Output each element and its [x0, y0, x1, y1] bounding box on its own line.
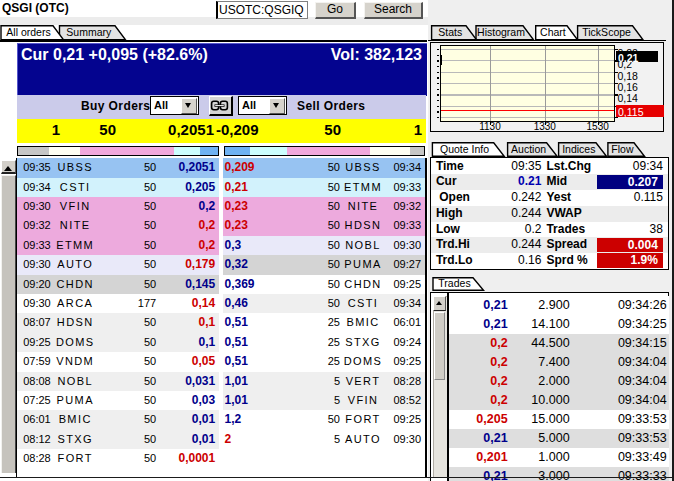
- svg-text:All orders: All orders: [6, 26, 50, 38]
- svg-text:Quote Info: Quote Info: [440, 143, 489, 155]
- svg-text:Chart: Chart: [540, 26, 566, 38]
- svg-text:Auction: Auction: [511, 143, 546, 155]
- svg-text:Stats: Stats: [438, 26, 462, 38]
- svg-text:Histogram: Histogram: [477, 26, 525, 38]
- svg-text:Indices: Indices: [562, 143, 595, 155]
- svg-text:Flow: Flow: [611, 143, 634, 155]
- svg-text:Summary: Summary: [66, 26, 112, 38]
- svg-text:TickScope: TickScope: [582, 26, 631, 38]
- svg-text:Trades: Trades: [438, 277, 470, 289]
